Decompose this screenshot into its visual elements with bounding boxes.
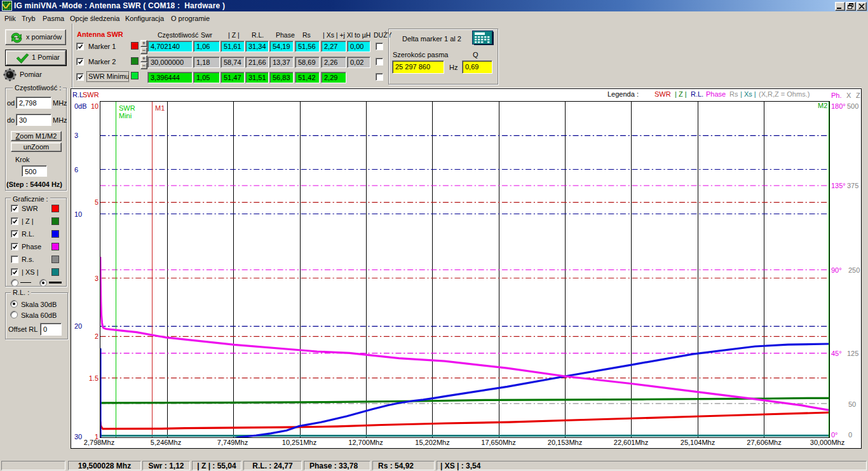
svg-text:R.L.: R.L. — [691, 90, 703, 98]
svg-text:SWR: SWR — [83, 91, 99, 99]
svg-text:3: 3 — [95, 275, 98, 282]
svg-text:M1: M1 — [155, 104, 165, 112]
svg-text:5,246Mhz: 5,246Mhz — [151, 439, 181, 446]
svg-text:2,798Mhz: 2,798Mhz — [84, 439, 114, 446]
svg-text:6: 6 — [74, 166, 78, 174]
svg-text:0°: 0° — [831, 431, 838, 439]
svg-text:SWR: SWR — [654, 90, 671, 98]
svg-text:30,000Mhz: 30,000Mhz — [810, 439, 844, 446]
svg-text:M2: M2 — [818, 102, 827, 109]
svg-text:50: 50 — [848, 400, 856, 408]
svg-text:7,749Mhz: 7,749Mhz — [217, 439, 248, 446]
svg-text:15,202Mhz: 15,202Mhz — [415, 439, 449, 446]
svg-text:45°: 45° — [831, 350, 842, 357]
svg-text:5: 5 — [95, 198, 98, 206]
svg-text:Ph.: Ph. — [831, 92, 842, 99]
svg-text:25,104Mhz: 25,104Mhz — [681, 439, 715, 446]
svg-text:Mini: Mini — [119, 112, 132, 119]
svg-text:X: X — [846, 92, 851, 99]
svg-text:0dB: 0dB — [74, 102, 87, 110]
svg-text:125: 125 — [847, 350, 858, 357]
svg-text:180°: 180° — [831, 102, 846, 110]
svg-text:1.5: 1.5 — [89, 374, 98, 382]
svg-text:| Xs |: | Xs | — [740, 90, 756, 98]
svg-text:20: 20 — [74, 322, 82, 330]
svg-text:30: 30 — [74, 433, 82, 440]
svg-text:20,153Mhz: 20,153Mhz — [548, 439, 582, 446]
svg-text:3: 3 — [74, 132, 78, 139]
svg-text:2: 2 — [95, 332, 98, 340]
svg-text:90°: 90° — [831, 266, 842, 274]
svg-text:| Z |: | Z | — [675, 90, 687, 98]
svg-text:10,251Mhz: 10,251Mhz — [282, 439, 316, 446]
svg-text:10: 10 — [74, 210, 82, 218]
svg-text:Z: Z — [856, 92, 860, 99]
svg-text:10: 10 — [91, 102, 98, 110]
svg-text:250: 250 — [848, 266, 860, 274]
svg-text:Rs: Rs — [729, 90, 738, 98]
svg-text:0: 0 — [848, 431, 852, 439]
svg-text:12,700Mhz: 12,700Mhz — [348, 439, 383, 446]
svg-text:R.L: R.L — [72, 91, 83, 99]
svg-text:(X,R,Z = Ohms.): (X,R,Z = Ohms.) — [759, 90, 810, 98]
svg-text:22,601Mhz: 22,601Mhz — [614, 439, 648, 446]
svg-text:27,606Mhz: 27,606Mhz — [747, 439, 781, 446]
svg-text:135°: 135° — [831, 182, 846, 189]
svg-text:17,650Mhz: 17,650Mhz — [481, 439, 515, 446]
svg-text:SWR: SWR — [119, 104, 135, 112]
svg-text:Legenda :: Legenda : — [607, 90, 639, 98]
svg-text:500: 500 — [847, 102, 858, 110]
svg-text:375: 375 — [847, 182, 858, 189]
svg-text:Phase: Phase — [706, 90, 726, 98]
